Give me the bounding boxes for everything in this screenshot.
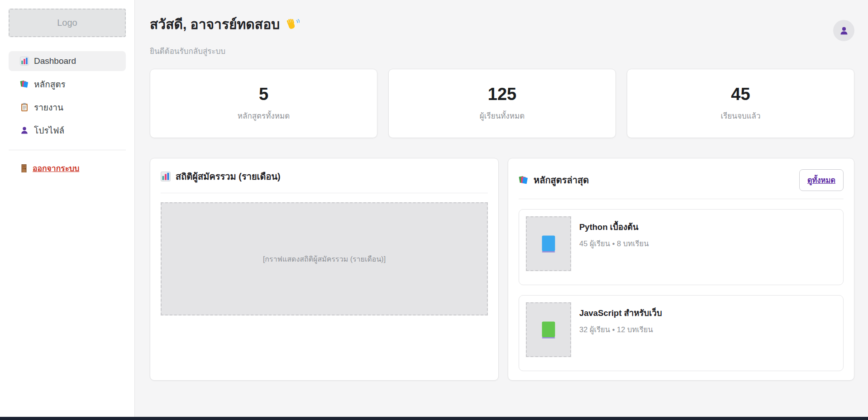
course-info: Python เบื้องต้น 45 ผู้เรียน • 8 บทเรียน — [579, 216, 649, 278]
stat-label: เรียนจบแล้ว — [720, 110, 760, 122]
enrollment-stats-panel: สถิติผู้สมัครรวม (รายเดือน) [กราฟแสดงสถิ… — [150, 158, 499, 381]
bar-chart-icon — [20, 57, 29, 66]
view-all-button[interactable]: ดูทั้งหมด — [799, 169, 844, 191]
avatar-person-icon — [839, 26, 849, 36]
logo-text: Logo — [57, 18, 77, 28]
panels-row: สถิติผู้สมัครรวม (รายเดือน) [กราฟแสดงสถิ… — [150, 158, 854, 381]
course-title: JavaScript สำหรับเว็บ — [579, 306, 662, 320]
sidebar-item-profile[interactable]: โปรไฟล์ — [9, 120, 126, 140]
welcome-subtitle: ยินดีต้อนรับกลับสู่ระบบ — [150, 45, 300, 57]
topbar: สวัสดี, อาจารย์ทดสอบ ยินดีต้อนรับก — [150, 14, 854, 57]
page-title: สวัสดี, อาจารย์ทดสอบ — [150, 14, 300, 35]
sidebar-item-courses[interactable]: หลักสูตร — [9, 74, 126, 94]
course-title: Python เบื้องต้น — [579, 220, 649, 234]
sidebar-nav: Dashboard หลักสูตร รา — [9, 51, 126, 140]
sidebar-item-reports[interactable]: รายงาน — [9, 97, 126, 117]
user-avatar[interactable] — [833, 20, 854, 41]
course-thumbnail — [526, 302, 571, 357]
green-book-icon — [541, 321, 556, 339]
stat-value: 125 — [488, 85, 516, 104]
course-item-python[interactable]: Python เบื้องต้น 45 ผู้เรียน • 8 บทเรียน — [519, 209, 844, 285]
window-bottom-edge — [0, 417, 868, 420]
books-icon — [20, 80, 29, 89]
panel-divider — [519, 199, 844, 199]
stat-card-total-learners: 125 ผู้เรียนทั้งหมด — [388, 69, 616, 138]
app-screen: Logo Dashboard หลักสูตร — [0, 0, 868, 420]
course-info: JavaScript สำหรับเว็บ 32 ผู้เรียน • 12 บ… — [579, 302, 662, 364]
courses-panel-title: หลักสูตรล่าสุด — [519, 173, 589, 187]
latest-courses-panel: หลักสูตรล่าสุด ดูทั้งหมด Python เบื้องต้… — [508, 158, 854, 381]
stat-value: 5 — [259, 85, 268, 104]
sidebar-item-label: หลักสูตร — [34, 77, 66, 91]
logo-placeholder: Logo — [9, 9, 126, 37]
books-icon — [519, 175, 529, 185]
person-icon — [20, 126, 29, 135]
sidebar-divider — [9, 150, 126, 150]
stat-label: หลักสูตรทั้งหมด — [238, 110, 290, 122]
chart-placeholder: [กราฟแสดงสถิติผู้สมัครรวม (รายเดือน)] — [161, 202, 488, 315]
panel-divider — [161, 193, 488, 193]
stats-row: 5 หลักสูตรทั้งหมด 125 ผู้เรียนทั้งหมด 45… — [150, 69, 854, 138]
chart-panel-title: สถิติผู้สมัครรวม (รายเดือน) — [161, 169, 281, 184]
sidebar-item-dashboard[interactable]: Dashboard — [9, 51, 126, 71]
greeting-block: สวัสดี, อาจารย์ทดสอบ ยินดีต้อนรับก — [150, 14, 300, 57]
stat-label: ผู้เรียนทั้งหมด — [480, 110, 525, 122]
course-meta: 45 ผู้เรียน • 8 บทเรียน — [579, 238, 649, 249]
stat-card-completed: 45 เรียนจบแล้ว — [627, 69, 854, 138]
bar-chart-icon — [161, 172, 171, 181]
courses-panel-header: หลักสูตรล่าสุด ดูทั้งหมด — [519, 169, 844, 191]
course-thumbnail — [526, 216, 571, 271]
stat-card-total-courses: 5 หลักสูตรทั้งหมด — [150, 69, 377, 138]
courses-panel-title-text: หลักสูตรล่าสุด — [534, 173, 589, 187]
clipboard-icon — [20, 103, 29, 112]
sidebar-item-label: รายงาน — [34, 100, 63, 114]
chart-panel-header: สถิติผู้สมัครรวม (รายเดือน) — [161, 169, 488, 184]
logout-link[interactable]: ออกจากระบบ — [20, 162, 79, 175]
sidebar-item-label: โปรไฟล์ — [34, 124, 64, 137]
logout-label: ออกจากระบบ — [33, 162, 79, 175]
course-item-javascript[interactable]: JavaScript สำหรับเว็บ 32 ผู้เรียน • 12 บ… — [519, 295, 844, 371]
course-meta: 32 ผู้เรียน • 12 บทเรียน — [579, 324, 662, 335]
blue-book-icon — [541, 235, 556, 253]
sidebar: Logo Dashboard หลักสูตร — [0, 0, 135, 417]
stat-value: 45 — [731, 85, 750, 104]
greeting-text: สวัสดี, อาจารย์ทดสอบ — [150, 14, 280, 35]
chart-panel-title-text: สถิติผู้สมัครรวม (รายเดือน) — [176, 169, 281, 184]
sidebar-item-label: Dashboard — [34, 56, 76, 66]
door-icon — [20, 164, 28, 173]
main-content: สวัสดี, อาจารย์ทดสอบ ยินดีต้อนรับก — [135, 0, 868, 381]
waving-hand-icon — [285, 18, 300, 31]
chart-placeholder-text: [กราฟแสดงสถิติผู้สมัครรวม (รายเดือน)] — [263, 253, 386, 265]
